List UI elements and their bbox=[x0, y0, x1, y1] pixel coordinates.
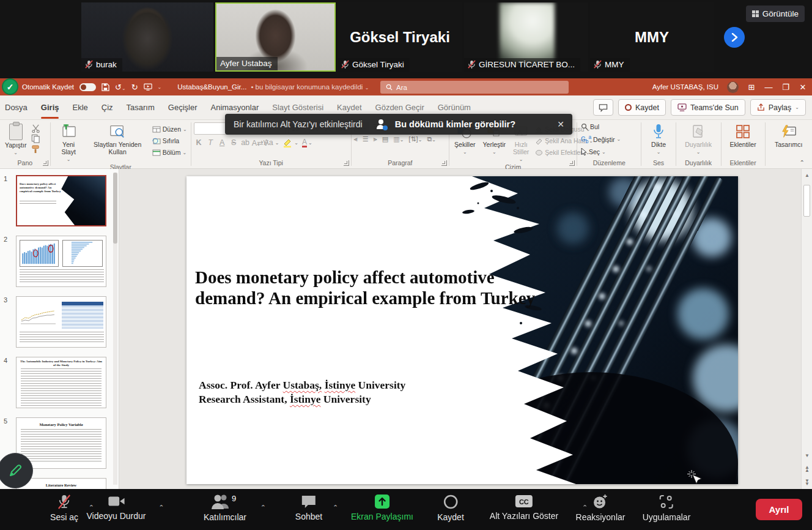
drawing-dialog-launcher-icon[interactable] bbox=[569, 160, 575, 166]
cut-icon[interactable] bbox=[31, 124, 40, 133]
video-tile-ayfer-active-speaker[interactable]: Ayfer Ustabaş bbox=[215, 2, 336, 72]
select-button[interactable]: Seç⌄ bbox=[580, 147, 607, 156]
video-tile-goksel[interactable]: Göksel Tiryaki Göksel Tiryaki bbox=[338, 2, 462, 72]
reset-button[interactable]: Sıfırla bbox=[151, 136, 188, 145]
tab-ekle[interactable]: Ekle bbox=[65, 95, 94, 120]
replace-button[interactable]: Gba Değiştir⌄ bbox=[580, 133, 622, 145]
font-dialog-launcher-icon[interactable] bbox=[344, 160, 349, 166]
dictate-button[interactable]: Dikte ⌄ bbox=[648, 122, 669, 156]
thumbnail-scrollbar-thumb[interactable] bbox=[113, 173, 117, 244]
thumbnail-scrollbar[interactable] bbox=[113, 173, 117, 485]
start-slideshow-icon[interactable] bbox=[144, 83, 152, 91]
blurry-video-feed bbox=[500, 2, 555, 64]
ribbon-display-options-icon[interactable]: ⊞ bbox=[747, 83, 756, 92]
next-participants-button[interactable] bbox=[724, 27, 745, 48]
format-painter-icon[interactable] bbox=[31, 144, 40, 154]
video-tile-mmy[interactable]: MMY MMY bbox=[590, 2, 714, 72]
close-icon[interactable]: ✕ bbox=[557, 119, 564, 129]
slide-thumbnail-3[interactable] bbox=[16, 296, 106, 348]
slide-thumbnail-1[interactable]: Does monetary policy affect automotive d… bbox=[16, 175, 106, 226]
quick-access-toolbar: Otomatik Kaydet ↺⌄ ↻ ⌄ bbox=[22, 83, 161, 91]
text-shadow-icon[interactable]: ab bbox=[240, 138, 251, 147]
bold-button[interactable]: K bbox=[194, 138, 204, 147]
video-tile-burak[interactable]: burak bbox=[81, 2, 213, 72]
current-slide[interactable]: Does monetary policy affect automotive d… bbox=[186, 176, 738, 484]
qat-customize-chevron-icon[interactable]: ⌄ bbox=[158, 84, 162, 90]
collapse-ribbon-icon[interactable]: ⌃ bbox=[800, 159, 805, 166]
copy-icon[interactable] bbox=[31, 134, 40, 143]
underline-button[interactable]: A bbox=[217, 138, 227, 147]
columns-icon[interactable]: ▥⌄ bbox=[393, 135, 404, 143]
new-slide-button[interactable]: Yeni Slayt ⌄ bbox=[53, 122, 84, 163]
minimize-icon[interactable]: — bbox=[764, 83, 773, 92]
smartart-convert-icon[interactable]: ⧉⌄ bbox=[427, 135, 436, 143]
record-button[interactable]: Kaydet bbox=[618, 99, 666, 116]
font-color-icon[interactable]: A bbox=[302, 138, 307, 147]
share-screen-button[interactable]: Ekran Paylaşımı bbox=[351, 494, 413, 521]
paragraph-dialog-launcher-icon[interactable] bbox=[441, 160, 447, 166]
tab-dosya[interactable]: Dosya bbox=[0, 95, 34, 120]
justify-icon[interactable]: ▤ bbox=[382, 135, 388, 143]
unmute-button[interactable]: Sesi aç ⌃ bbox=[50, 494, 78, 522]
autosave-toggle[interactable] bbox=[79, 83, 96, 91]
view-layout-button[interactable]: Görüntüle bbox=[746, 6, 805, 22]
reactions-button[interactable]: Reaksiyonlar bbox=[576, 494, 626, 522]
designer-button[interactable]: Tasarımcı bbox=[772, 122, 805, 149]
change-case-button[interactable]: Aa bbox=[264, 138, 274, 147]
tab-ciz[interactable]: Çiz bbox=[95, 95, 120, 120]
chevron-up-icon[interactable]: ⌃ bbox=[260, 504, 266, 512]
align-text-icon[interactable]: [⇅]⌄ bbox=[408, 135, 422, 143]
chevron-up-icon[interactable]: ⌃ bbox=[158, 504, 164, 512]
next-slide-icon[interactable]: ▼▼ bbox=[802, 479, 812, 485]
layout-button[interactable]: Düzen⌄ bbox=[151, 125, 188, 133]
stop-video-button[interactable]: Videoyu Durdur ⌃ bbox=[86, 494, 146, 521]
restore-icon[interactable]: ❐ bbox=[781, 83, 790, 92]
slide-thumbnail-2[interactable] bbox=[16, 236, 106, 287]
align-center-icon[interactable]: ☰ bbox=[363, 135, 369, 143]
reuse-slides-button[interactable]: Slaytları Yeniden Kullan bbox=[87, 122, 149, 157]
sensitivity-button[interactable]: Duyarlılık ⌄ bbox=[682, 122, 714, 156]
present-in-teams-button[interactable]: Teams'de Sun bbox=[671, 99, 745, 116]
transcript-visibility-question[interactable]: Bu dökümü kimler görebilir? bbox=[395, 119, 515, 129]
highlight-color-icon[interactable] bbox=[282, 138, 293, 147]
character-spacing-icon[interactable]: A⇄V bbox=[252, 138, 262, 147]
undo-icon[interactable]: ↺⌄ bbox=[115, 83, 126, 91]
align-right-icon[interactable]: ⫸ bbox=[374, 135, 377, 143]
chevron-up-icon[interactable]: ⌃ bbox=[333, 504, 338, 512]
clipboard-dialog-launcher-icon[interactable] bbox=[43, 160, 48, 166]
chat-button[interactable]: Sohbet ⌃ bbox=[295, 494, 322, 521]
slide-authors[interactable]: Assoc. Prof. Ayfer Ustabaş, İstinye Univ… bbox=[199, 378, 492, 406]
share-button[interactable]: Paylaş ⌄ bbox=[750, 99, 806, 116]
comments-button[interactable] bbox=[593, 99, 613, 116]
redo-icon[interactable]: ↻ bbox=[131, 83, 138, 91]
show-captions-button[interactable]: CC Alt Yazıları Göster ⌃ bbox=[490, 494, 558, 521]
tab-gecisler[interactable]: Geçişler bbox=[161, 95, 204, 120]
account-name[interactable]: Ayfer USTABAŞ, ISU bbox=[652, 83, 718, 91]
strikethrough-button[interactable]: S bbox=[229, 138, 239, 147]
slide-scrollbar[interactable]: ▲ ▼ ▲▲ ▼▼ bbox=[801, 169, 812, 489]
tab-tasarim[interactable]: Tasarım bbox=[120, 95, 161, 120]
italic-button[interactable]: T bbox=[205, 138, 216, 147]
align-left-icon[interactable]: ⫷ bbox=[354, 135, 358, 143]
avatar[interactable] bbox=[727, 81, 739, 93]
leave-meeting-button[interactable]: Ayrıl bbox=[756, 499, 802, 520]
save-status-label[interactable]: • bu bilgisayar konumuna kaydedildi ⌄ bbox=[251, 83, 369, 91]
slide-thumbnail-4[interactable]: The Automobile Industry and Monetary Pol… bbox=[16, 357, 106, 408]
scrollbar-thumb[interactable] bbox=[803, 185, 810, 217]
video-tile-giresun[interactable]: GİRESUN TİCARET BO... bbox=[464, 2, 588, 72]
participants-button[interactable]: 9 Katılımcılar ⌃ bbox=[204, 494, 246, 522]
close-icon[interactable]: ✕ bbox=[799, 83, 807, 92]
record-button[interactable]: Kaydet bbox=[437, 494, 464, 522]
paste-button[interactable]: Yapıştır ⌄ bbox=[2, 122, 29, 157]
scroll-up-icon[interactable]: ▲ bbox=[802, 173, 812, 178]
save-icon[interactable] bbox=[102, 83, 109, 91]
addins-button[interactable]: Eklentiler bbox=[727, 122, 758, 149]
search-input[interactable]: Ara bbox=[380, 81, 569, 94]
scroll-down-icon[interactable]: ▼ bbox=[802, 453, 812, 458]
apps-button[interactable]: Uygulamalar bbox=[643, 494, 691, 522]
previous-slide-icon[interactable]: ▲▲ bbox=[802, 466, 812, 472]
section-button[interactable]: Bölüm⌄ bbox=[151, 148, 188, 157]
slide-title[interactable]: Does monetary policy affect automotive d… bbox=[195, 267, 537, 308]
tab-giris[interactable]: Giriş bbox=[34, 95, 66, 120]
find-button[interactable]: Bul bbox=[580, 122, 600, 131]
